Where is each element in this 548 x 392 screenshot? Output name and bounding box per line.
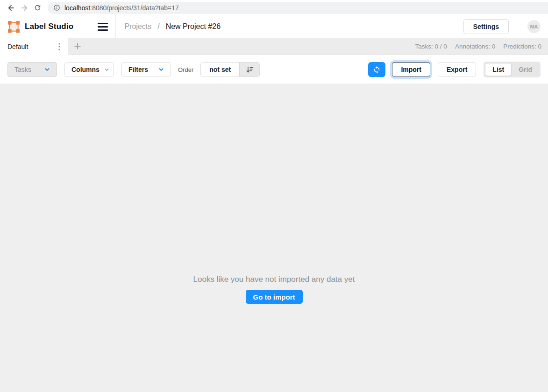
tab-label: Default xyxy=(7,43,28,50)
predictions-count: Predictions: 0 xyxy=(503,43,541,50)
avatar[interactable]: MA xyxy=(527,20,541,33)
browser-forward-button[interactable] xyxy=(18,1,31,14)
view-list-button[interactable]: List xyxy=(485,63,512,76)
breadcrumb-separator: / xyxy=(157,22,159,31)
tab-bar: Default Tasks: 0 / 0 Annotations: 0 Pred… xyxy=(0,38,548,55)
chevron-down-icon xyxy=(104,67,109,72)
url-bar[interactable]: localhost:8080/projects/31/data?tab=17 xyxy=(48,2,548,14)
empty-state-message: Looks like you have not imported any dat… xyxy=(193,275,355,284)
annotations-count: Annotations: 0 xyxy=(455,43,495,50)
sort-direction-button[interactable] xyxy=(239,63,259,77)
url-host: localhost xyxy=(64,4,90,12)
toolbar: Tasks Columns Filters Order not set xyxy=(0,55,548,84)
settings-button[interactable]: Settings xyxy=(463,19,509,34)
chevron-down-icon xyxy=(44,67,50,72)
tab-default[interactable]: Default xyxy=(0,38,68,55)
columns-dropdown-button[interactable]: Columns xyxy=(64,62,114,77)
tab-stats: Tasks: 0 / 0 Annotations: 0 Predictions:… xyxy=(415,38,548,55)
refresh-icon xyxy=(373,66,381,74)
header-divider xyxy=(115,15,116,38)
data-manager-empty-area: Looks like you have not imported any dat… xyxy=(0,84,548,392)
forward-icon xyxy=(20,4,28,12)
filters-dropdown-label: Filters xyxy=(128,66,148,73)
import-button-focus-ring: Import xyxy=(390,60,432,79)
tasks-dropdown-button[interactable]: Tasks xyxy=(7,62,57,77)
logo-icon xyxy=(7,21,20,33)
export-button[interactable]: Export xyxy=(438,62,476,77)
app-header: Label Studio Projects / New Project #26 … xyxy=(0,15,548,38)
browser-reload-button[interactable] xyxy=(31,1,44,14)
breadcrumb: Projects / New Project #26 xyxy=(124,22,221,31)
order-control: not set xyxy=(200,62,260,77)
add-tab-button[interactable] xyxy=(68,38,87,55)
breadcrumb-projects-link[interactable]: Projects xyxy=(124,22,151,31)
go-to-import-button[interactable]: Go to import xyxy=(246,290,303,304)
chevron-down-icon xyxy=(158,67,164,72)
filters-dropdown-button[interactable]: Filters xyxy=(121,62,171,77)
order-label: Order xyxy=(178,66,193,73)
browser-chrome: localhost:8080/projects/31/data?tab=17 xyxy=(0,0,548,15)
browser-back-button[interactable] xyxy=(5,1,18,14)
label-studio-logo[interactable]: Label Studio xyxy=(0,21,73,33)
tab-options-button[interactable] xyxy=(54,41,64,52)
tasks-dropdown-label: Tasks xyxy=(14,66,31,73)
view-grid-button[interactable]: Grid xyxy=(512,63,539,76)
back-icon xyxy=(7,4,15,12)
view-toggle: List Grid xyxy=(484,62,541,77)
refresh-button[interactable] xyxy=(368,62,385,77)
plus-icon xyxy=(74,42,81,50)
reload-icon xyxy=(34,4,42,12)
tasks-count: Tasks: 0 / 0 xyxy=(415,43,447,50)
sort-descending-icon xyxy=(245,65,254,74)
columns-dropdown-label: Columns xyxy=(71,66,100,73)
logo-text: Label Studio xyxy=(25,22,73,31)
hamburger-menu-button[interactable] xyxy=(95,19,111,35)
kebab-icon xyxy=(58,43,60,50)
order-value-button[interactable]: not set xyxy=(201,63,239,77)
info-icon[interactable] xyxy=(53,4,60,11)
import-button[interactable]: Import xyxy=(392,62,430,77)
page-title: New Project #26 xyxy=(166,22,221,31)
url-path: :8080/projects/31/data?tab=17 xyxy=(90,4,179,12)
